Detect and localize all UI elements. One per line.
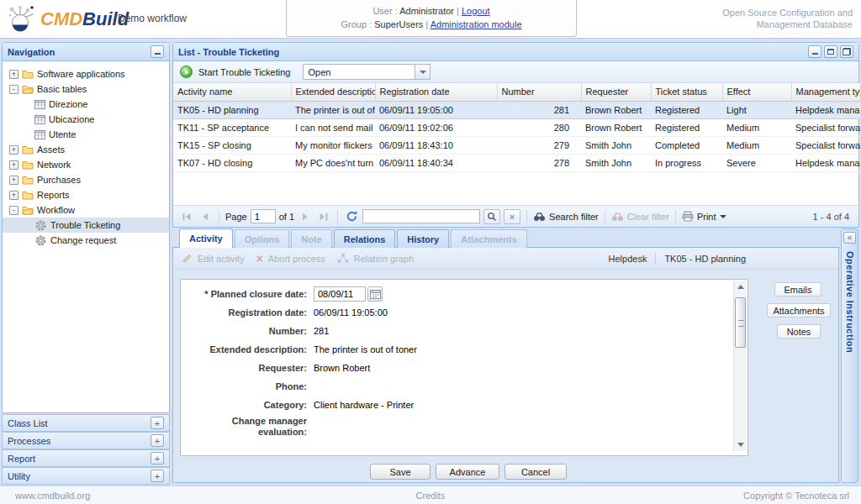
process-state-select[interactable]: Open [303, 64, 430, 80]
clear-filter-button[interactable]: Clear filter [627, 212, 669, 222]
tree-item-basic-tables[interactable]: - Basic tables [3, 81, 169, 97]
column-activity-name[interactable]: Activity name [173, 83, 291, 101]
restore-icon [843, 48, 851, 55]
minimize-button[interactable] [808, 45, 821, 58]
tree-item-trouble-ticketing[interactable]: Trouble Ticketing [3, 218, 169, 233]
tree-item-ubicazione[interactable]: Ubicazione [3, 112, 169, 127]
search-filter-button[interactable]: Search filter [549, 212, 599, 222]
restore-button[interactable] [840, 45, 853, 58]
activity-toolbar: Edit activity × Abort process Relation g… [173, 248, 838, 270]
advance-button[interactable]: Advance [436, 464, 499, 480]
user-name: Administrator [399, 6, 454, 16]
expand-icon[interactable]: + [9, 160, 18, 170]
next-page-button[interactable] [298, 209, 313, 224]
copyright-text: Copyright © Tecnoteca srl [743, 491, 849, 501]
administration-module-link[interactable]: Administration module [430, 19, 522, 29]
tab-attachments[interactable]: Attachments [451, 229, 527, 248]
form-scrollbar[interactable] [733, 281, 747, 451]
tree-item-change-request[interactable]: Change request [3, 233, 169, 248]
folder-icon [22, 144, 34, 155]
credits-link[interactable]: Credits [0, 491, 861, 501]
last-page-button[interactable] [316, 209, 331, 224]
column-registration-date[interactable]: Registration date [375, 83, 497, 101]
scroll-down-button[interactable] [734, 438, 747, 451]
tab-options[interactable]: Options [235, 229, 290, 248]
column-effect[interactable]: Effect [722, 83, 791, 101]
column-ticket-status[interactable]: Ticket status [651, 83, 722, 101]
expand-panel-button[interactable]: + [151, 417, 164, 429]
expand-panel-button[interactable]: + [151, 434, 164, 447]
expand-icon[interactable]: + [9, 145, 18, 155]
accordion-report[interactable]: Report + [2, 449, 170, 467]
form-row-number: Number: 281 [181, 322, 747, 340]
tree-item-software-applications[interactable]: + Software applications [3, 66, 169, 81]
table-row[interactable]: TK15 - SP closingMy monitor flickers06/0… [173, 136, 860, 154]
edit-activity-button[interactable]: Edit activity [198, 254, 245, 264]
print-button[interactable]: Print [697, 212, 716, 222]
column-management-type[interactable]: Management typ [791, 83, 860, 101]
logout-link[interactable]: Logout [462, 6, 490, 16]
column-extended-description[interactable]: Extended descriptior [291, 83, 375, 101]
expand-icon[interactable]: + [9, 176, 18, 185]
abort-process-button[interactable]: Abort process [268, 254, 325, 264]
site-link[interactable]: www.cmdbuild.org [15, 491, 90, 501]
tree-item-network[interactable]: + Network [3, 157, 169, 172]
combo-trigger[interactable] [415, 65, 430, 79]
table-row[interactable]: TK05 - HD planningThe printer is out of0… [173, 101, 860, 118]
tree-item-purchases[interactable]: + Purchases [3, 172, 169, 187]
column-number[interactable]: Number [497, 83, 581, 101]
search-input[interactable] [362, 209, 480, 223]
accordion-utility[interactable]: Utility + [2, 467, 170, 485]
planned-closure-date-input[interactable] [314, 286, 366, 302]
notes-button[interactable]: Notes [777, 324, 821, 339]
tree-item-direzione[interactable]: Direzione [3, 97, 169, 112]
expand-icon[interactable]: + [9, 70, 18, 79]
print-icon [682, 211, 694, 222]
table-icon [34, 129, 45, 140]
tree-item-assets[interactable]: + Assets [3, 142, 169, 157]
expand-panel-button[interactable]: + [151, 470, 164, 482]
scroll-up-button[interactable] [734, 281, 747, 293]
previous-page-button[interactable] [198, 209, 213, 224]
search-button[interactable] [483, 209, 500, 224]
column-requester[interactable]: Requester [581, 83, 651, 101]
expand-left-button[interactable]: « [843, 232, 856, 244]
scrollbar-thumb[interactable] [735, 297, 746, 348]
maximize-button[interactable] [824, 45, 837, 58]
start-trouble-ticketing-button[interactable]: Start Trouble Ticketing [198, 67, 290, 77]
accordion-class-list[interactable]: Class List + [2, 414, 170, 432]
clear-search-button[interactable]: × [504, 209, 520, 224]
tree-item-reports[interactable]: + Reports [3, 187, 169, 202]
table-row[interactable]: TK07 - HD closingMy PC does'nt turn c06/… [173, 154, 860, 171]
form-row-requester: Requester: Brown Robert [181, 359, 747, 377]
tab-activity[interactable]: Activity [179, 228, 233, 248]
expand-icon[interactable]: + [9, 191, 18, 200]
tab-relations[interactable]: Relations [334, 229, 396, 248]
refresh-button[interactable] [344, 209, 359, 224]
expand-panel-button[interactable]: + [151, 452, 164, 465]
emails-button[interactable]: Emails [774, 282, 821, 297]
calendar-button[interactable] [367, 286, 383, 302]
tab-note[interactable]: Note [291, 229, 331, 248]
relation-graph-button[interactable]: Relation graph [354, 254, 415, 264]
window-tools [808, 45, 853, 58]
operative-instruction-panel[interactable]: « Operative Instruction [841, 228, 858, 483]
page-label: Page [225, 212, 247, 222]
tab-history[interactable]: History [397, 229, 449, 248]
table-row[interactable]: TK11 - SP acceptanceI can not send mail … [173, 118, 860, 136]
next-page-icon [300, 212, 310, 222]
print-menu-icon[interactable] [720, 215, 726, 218]
collapse-panel-button[interactable] [151, 45, 164, 58]
first-page-button[interactable] [179, 209, 194, 224]
collapse-icon[interactable]: - [9, 206, 18, 215]
tree-item-utente[interactable]: Utente [3, 127, 169, 142]
collapse-icon[interactable]: - [9, 85, 18, 94]
detail-tabbar: Activity Options Note Relations History … [172, 228, 839, 248]
tree-item-workflow[interactable]: - Workflow [3, 202, 169, 218]
attachments-button[interactable]: Attachments [767, 303, 831, 318]
save-button[interactable]: Save [370, 464, 430, 480]
accordion-processes[interactable]: Processes + [2, 432, 170, 449]
cancel-button[interactable]: Cancel [504, 464, 567, 480]
list-panel-header: List - Trouble Ticketing [173, 43, 858, 61]
page-number-input[interactable] [251, 209, 276, 223]
